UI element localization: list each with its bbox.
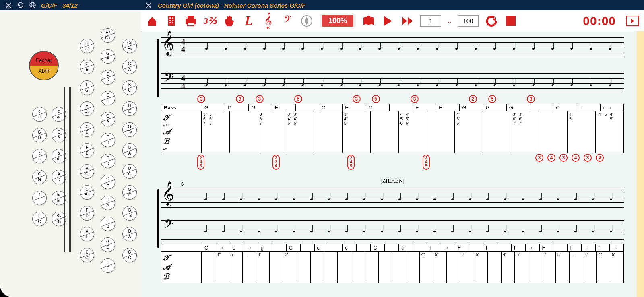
- tab-column: 4'5'6'4'5'6': [398, 111, 427, 153]
- note: ♩: [461, 223, 479, 235]
- note: ♩: [582, 41, 601, 52]
- note: ♩: [197, 77, 217, 88]
- refresh-icon[interactable]: [17, 2, 24, 9]
- accordion-button[interactable]: CD: [80, 122, 94, 137]
- note: ♩: [567, 223, 585, 235]
- accordion-button[interactable]: FC: [32, 212, 47, 226]
- measure-from-input[interactable]: [420, 15, 441, 27]
- accordion-button[interactable]: ad-: [52, 149, 66, 163]
- fraction-icon[interactable]: 3⅔: [204, 14, 217, 27]
- note: ♩: [320, 223, 338, 235]
- tab-header-cell: c: [577, 104, 600, 111]
- video-icon[interactable]: [626, 16, 639, 26]
- accordion-button[interactable]: GD: [32, 128, 47, 142]
- accordion-button[interactable]: FE: [80, 143, 94, 158]
- time-signature: 44: [181, 38, 185, 54]
- accordion-button[interactable]: BF♯: [122, 206, 137, 221]
- tab-header-cell: f: [567, 244, 581, 251]
- tab-cell: 5": [514, 252, 528, 283]
- accordion-button[interactable]: FG: [80, 80, 94, 95]
- accordion-button[interactable]: FD: [80, 206, 94, 221]
- stop-icon[interactable]: [504, 14, 517, 27]
- undo-icon[interactable]: [485, 14, 498, 27]
- measure-to-input[interactable]: [458, 15, 479, 27]
- accordion-button[interactable]: EB: [101, 217, 115, 231]
- note: ♩: [549, 191, 567, 202]
- accordion-button[interactable]: AG: [80, 164, 94, 179]
- note: ♩: [485, 41, 505, 52]
- accordion-button[interactable]: CE: [80, 60, 94, 74]
- close-icon[interactable]: [5, 2, 12, 9]
- print-icon[interactable]: [184, 14, 197, 27]
- accordion-button[interactable]: CB♭: [80, 185, 94, 200]
- note: ♩: [197, 191, 215, 202]
- accordion-button[interactable]: GE: [122, 185, 137, 200]
- compass-icon[interactable]: [300, 14, 313, 27]
- note: ♩: [409, 223, 426, 235]
- fingering-multi: 245: [347, 155, 355, 170]
- fast-forward-icon[interactable]: [401, 14, 414, 27]
- accordion-button[interactable]: GA: [101, 112, 115, 126]
- accordion-button[interactable]: DA: [122, 227, 137, 241]
- svg-rect-4: [169, 17, 171, 19]
- accordion-button[interactable]: DE: [122, 101, 137, 116]
- accordion-button[interactable]: AD: [52, 170, 66, 184]
- accordion-button[interactable]: fc: [32, 191, 47, 205]
- book-icon[interactable]: [362, 14, 375, 27]
- accordion-button[interactable]: CG: [80, 248, 94, 262]
- speed-control[interactable]: 100%: [320, 14, 356, 27]
- accordion-button[interactable]: GD: [101, 237, 115, 252]
- accordion-button[interactable]: GC: [122, 248, 137, 262]
- accordion-button[interactable]: CF: [101, 258, 115, 273]
- note: ♩: [524, 41, 543, 52]
- tab-header-cell: f: [595, 244, 609, 251]
- tab-cell: →: [242, 252, 256, 283]
- note: ♩: [293, 41, 313, 52]
- accordion-button[interactable]: GB: [101, 49, 115, 64]
- accordion-button[interactable]: CB: [101, 133, 115, 147]
- accordion-button[interactable]: b♭b♭: [52, 191, 66, 205]
- accordion-button[interactable]: EF: [101, 91, 115, 105]
- note: ♩: [285, 191, 303, 202]
- accordion-button[interactable]: GA: [122, 60, 137, 74]
- tab-cell: [351, 252, 365, 283]
- accordion-button[interactable]: ea-: [52, 107, 66, 122]
- accordion-button[interactable]: DC: [122, 164, 137, 179]
- tab-header-cell: Bass: [161, 104, 202, 111]
- accordion-button[interactable]: CA: [101, 196, 115, 210]
- tab-header-cell: [356, 244, 370, 251]
- accordion-button[interactable]: BA: [122, 143, 137, 158]
- treble-clef-icon[interactable]: 𝄞: [262, 14, 275, 27]
- accordion-button[interactable]: BC: [122, 80, 137, 95]
- bar-number: 6: [181, 182, 184, 186]
- note: ♩: [479, 191, 497, 202]
- accordion-button[interactable]: ED: [101, 154, 115, 168]
- bass-clef-icon[interactable]: 𝄢: [281, 14, 294, 27]
- accordion-button[interactable]: gd: [32, 107, 47, 122]
- accordion-button[interactable]: GF♯: [122, 122, 137, 137]
- building-icon[interactable]: [165, 14, 178, 27]
- fingering-circle: 5: [488, 95, 496, 103]
- hand-icon[interactable]: [223, 14, 236, 27]
- accordion-button[interactable]: B♭B♭: [52, 212, 66, 226]
- accordion-button[interactable]: AE: [80, 227, 94, 241]
- accordion-button[interactable]: E♭C♯: [80, 39, 94, 53]
- accordion-button[interactable]: C♯E♭: [122, 39, 137, 53]
- accordion-button[interactable]: F♯G♯: [101, 28, 115, 43]
- accordion-button[interactable]: cg: [32, 149, 47, 163]
- tab-header-cell: →: [441, 244, 455, 251]
- tab-cell: 4": [583, 252, 597, 283]
- globe-icon[interactable]: [29, 2, 36, 9]
- close-song-icon[interactable]: [145, 2, 152, 9]
- tab-column: 3"6'7': [258, 111, 286, 153]
- tab-header-cell: E: [413, 104, 436, 111]
- accordion-button[interactable]: AB♭: [80, 101, 94, 116]
- accordion-button[interactable]: GF: [101, 175, 115, 189]
- play-icon[interactable]: [382, 14, 394, 27]
- fingering-circle: 4: [596, 154, 604, 162]
- script-l-icon[interactable]: L: [242, 14, 255, 27]
- home-icon[interactable]: [146, 14, 159, 27]
- accordion-button[interactable]: EA: [52, 128, 66, 142]
- accordion-button[interactable]: CG: [32, 170, 47, 184]
- accordion-button[interactable]: CD: [101, 70, 115, 85]
